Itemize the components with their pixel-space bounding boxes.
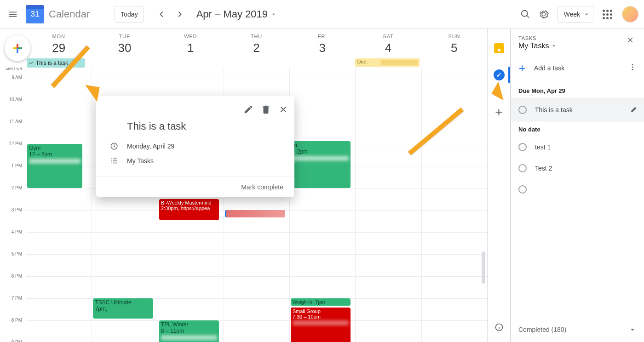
caret-down-icon [270, 11, 277, 17]
tasks-button[interactable] [491, 67, 507, 83]
task-item[interactable]: This is a task [511, 98, 644, 121]
keep-icon [494, 43, 504, 53]
view-picker[interactable]: Week [558, 6, 593, 23]
task-item[interactable]: test 1 [511, 137, 644, 158]
today-button[interactable]: Today [115, 6, 144, 23]
no-date-section-header: No date [511, 121, 644, 137]
calendar-logo: 31 [26, 5, 44, 23]
edit-task-inline-button[interactable] [630, 105, 638, 114]
task-title: Test 2 [535, 165, 552, 172]
list-icon [109, 156, 119, 165]
task-title: This is a task [535, 106, 573, 114]
gear-icon [539, 9, 549, 19]
settings-button[interactable] [535, 5, 553, 23]
svg-point-4 [632, 69, 633, 70]
plus-icon: + [517, 63, 528, 73]
keep-button[interactable] [491, 40, 507, 57]
task-list-menu-button[interactable] [627, 61, 638, 74]
allday-due-chip[interactable]: Due: [355, 58, 419, 67]
account-avatar[interactable] [622, 6, 638, 23]
view-picker-label: Week [564, 11, 580, 18]
caret-down-icon [551, 43, 557, 49]
tasks-eyebrow: TASKS [518, 35, 626, 41]
active-indicator [508, 67, 510, 83]
calendar-grid-area: MON29 TUE30 WED1 THU2 FRI3 SAT4 SUN5 Thi… [0, 29, 488, 342]
tasks-icon [494, 69, 505, 80]
event-small-group[interactable]: Small Group 7:30 – 10pm [291, 308, 351, 342]
scrollbar[interactable] [482, 251, 485, 284]
close-tasks-panel[interactable] [626, 35, 637, 46]
timezone-label: GMT-04 [6, 68, 22, 71]
annotation-arrow-1 [82, 85, 99, 102]
search-icon [520, 9, 530, 19]
task-complete-toggle[interactable] [518, 164, 527, 172]
task-complete-toggle[interactable] [518, 143, 527, 151]
allday-row: This is a task Due: [26, 68, 487, 78]
chevron-down-icon [628, 325, 637, 334]
mark-complete-button[interactable]: Mark complete [96, 177, 294, 197]
edit-task-button[interactable] [240, 101, 257, 118]
event-block-fri-12[interactable]: m – 2pm [291, 141, 351, 188]
close-icon [278, 104, 288, 114]
due-section-header: Due Mon, Apr 29 [511, 83, 644, 98]
search-button[interactable] [516, 5, 535, 23]
apps-grid-icon [603, 10, 612, 19]
app-title: Calendar [49, 8, 90, 20]
task-complete-toggle[interactable] [518, 106, 527, 114]
completed-section-toggle[interactable]: Completed (180) [511, 317, 644, 342]
date-range-text: Apr – May 2019 [196, 8, 268, 20]
info-button[interactable] [491, 319, 507, 336]
task-item[interactable]: Test 2 [511, 158, 644, 179]
event-tpl[interactable]: TPL Winter 8 – 11pm [159, 320, 219, 342]
popup-list-name: My Tasks [127, 157, 154, 165]
add-task-label: Add a task [534, 64, 564, 72]
info-icon [494, 323, 504, 332]
event-mastermind[interactable]: Bi-Weekly Mastermind 2:30pm, https://app… [159, 199, 219, 220]
get-addons-button[interactable]: + [493, 106, 506, 119]
completed-label: Completed (180) [518, 326, 566, 333]
side-panel-rail: + [488, 29, 511, 342]
event-thu-3pm[interactable] [225, 210, 285, 217]
delete-task-button[interactable] [258, 101, 274, 118]
main-menu-button[interactable] [4, 5, 22, 23]
app-header: 31 Calendar Today Apr – May 2019 Week [0, 0, 644, 29]
prev-period-button[interactable] [152, 5, 171, 23]
task-detail-popup: This is a task Monday, April 29 My Tasks… [96, 96, 294, 197]
close-icon [626, 35, 635, 45]
pencil-icon [630, 105, 638, 113]
popup-title: This is a task [96, 118, 294, 139]
hamburger-icon [8, 9, 18, 19]
close-popup-button[interactable] [275, 101, 292, 118]
pencil-icon [243, 104, 253, 114]
more-vert-icon [628, 63, 637, 71]
svg-point-3 [632, 67, 633, 68]
task-icon [29, 60, 34, 66]
tasks-list-picker[interactable]: My Tasks [518, 42, 626, 50]
event-tssc[interactable]: TSSC Ultimate 7pm, [93, 298, 153, 319]
chevron-left-icon [156, 9, 167, 19]
trash-icon [261, 104, 271, 114]
next-period-button[interactable] [171, 5, 189, 23]
popup-date: Monday, April 29 [127, 142, 174, 150]
task-item[interactable] [511, 179, 644, 200]
svg-point-2 [632, 64, 633, 65]
event-gym[interactable]: Gym 12 – 2pm [27, 144, 82, 188]
add-task-row[interactable]: + Add a task [511, 53, 644, 83]
google-apps-button[interactable] [598, 5, 616, 23]
task-complete-toggle[interactable] [518, 185, 527, 194]
tasks-panel: TASKS My Tasks + Add a task Due Mon, Apr… [511, 29, 644, 342]
event-weigh[interactable]: Weigh-in, 7pm [291, 298, 351, 306]
task-title: test 1 [535, 143, 551, 151]
caret-down-icon [583, 11, 590, 18]
dow-label: MON [26, 34, 92, 39]
chevron-right-icon [175, 9, 185, 19]
date-range-picker[interactable]: Apr – May 2019 [196, 8, 277, 20]
clock-icon [109, 142, 119, 151]
create-fab[interactable] [5, 35, 30, 61]
